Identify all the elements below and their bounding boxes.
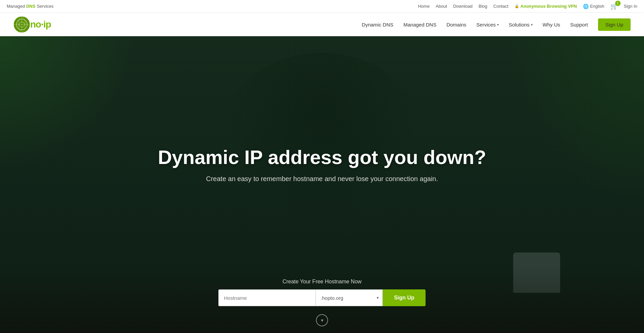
chevron-down-icon: ▾ bbox=[321, 318, 323, 323]
signin-button[interactable]: Sign In bbox=[624, 4, 637, 9]
logo-text: no·ip bbox=[30, 19, 51, 30]
hostname-input[interactable] bbox=[218, 289, 316, 306]
top-bar-right: Home About Download Blog Contact 🔒 Anony… bbox=[418, 3, 637, 10]
chevron-down-icon: ▾ bbox=[531, 23, 533, 26]
nav-home[interactable]: Home bbox=[418, 4, 430, 9]
form-signup-button[interactable]: Sign Up bbox=[383, 289, 426, 306]
vpn-link[interactable]: 🔒 Anonymous Browsing VPN bbox=[515, 4, 577, 9]
nav-services[interactable]: Services bbox=[476, 22, 496, 27]
chevron-down-icon: ▾ bbox=[497, 23, 499, 26]
services-text: Services bbox=[37, 4, 54, 9]
nav-signup-button[interactable]: Sign Up bbox=[598, 18, 631, 31]
dns-link[interactable]: DNS bbox=[26, 4, 35, 9]
hero-section: Dynamic IP address got you down? Create … bbox=[0, 36, 644, 333]
nav-contact[interactable]: Contact bbox=[493, 4, 508, 9]
hero-content: Dynamic IP address got you down? Create … bbox=[158, 146, 486, 197]
nav-solutions-dropdown[interactable]: Solutions ▾ bbox=[509, 22, 533, 27]
cart-badge: 1 bbox=[615, 1, 621, 6]
form-label: Create Your Free Hostname Now bbox=[218, 279, 426, 285]
logo-icon bbox=[13, 16, 30, 33]
hostname-form: .hopto.org .ddns.net .zapto.org .no-ip.o… bbox=[218, 289, 426, 306]
hostname-form-wrapper: Create Your Free Hostname Now .hopto.org… bbox=[218, 279, 426, 306]
nav-support[interactable]: Support bbox=[570, 22, 588, 27]
nav-services-dropdown[interactable]: Services ▾ bbox=[476, 22, 499, 27]
domain-select[interactable]: .hopto.org .ddns.net .zapto.org .no-ip.o… bbox=[316, 289, 383, 306]
domain-select-wrapper: .hopto.org .ddns.net .zapto.org .no-ip.o… bbox=[316, 289, 383, 306]
managed-text: Managed bbox=[7, 4, 25, 9]
nav-blog[interactable]: Blog bbox=[479, 4, 487, 9]
cart-icon[interactable]: 🛒 1 bbox=[610, 3, 618, 10]
nav-about[interactable]: About bbox=[436, 4, 447, 9]
nav-download[interactable]: Download bbox=[453, 4, 473, 9]
globe-icon: 🌐 bbox=[583, 4, 589, 9]
scroll-indicator[interactable]: ▾ bbox=[316, 314, 328, 326]
nav-links: Dynamic DNS Managed DNS Domains Services… bbox=[362, 18, 631, 31]
hero-title: Dynamic IP address got you down? bbox=[158, 146, 486, 169]
language-selector[interactable]: 🌐 English bbox=[583, 4, 604, 9]
nav-dynamic-dns[interactable]: Dynamic DNS bbox=[362, 22, 393, 27]
lock-icon: 🔒 bbox=[515, 4, 519, 8]
top-bar: Managed DNS Services Home About Download… bbox=[0, 0, 644, 13]
nav-managed-dns[interactable]: Managed DNS bbox=[404, 22, 436, 27]
top-bar-left: Managed DNS Services bbox=[7, 4, 54, 9]
logo[interactable]: no·ip bbox=[13, 16, 51, 33]
main-nav: no·ip Dynamic DNS Managed DNS Domains Se… bbox=[0, 13, 644, 36]
nav-why-us[interactable]: Why Us bbox=[543, 22, 560, 27]
nav-solutions[interactable]: Solutions bbox=[509, 22, 530, 27]
hero-subtitle: Create an easy to remember hostname and … bbox=[158, 175, 486, 183]
nav-domains[interactable]: Domains bbox=[446, 22, 466, 27]
